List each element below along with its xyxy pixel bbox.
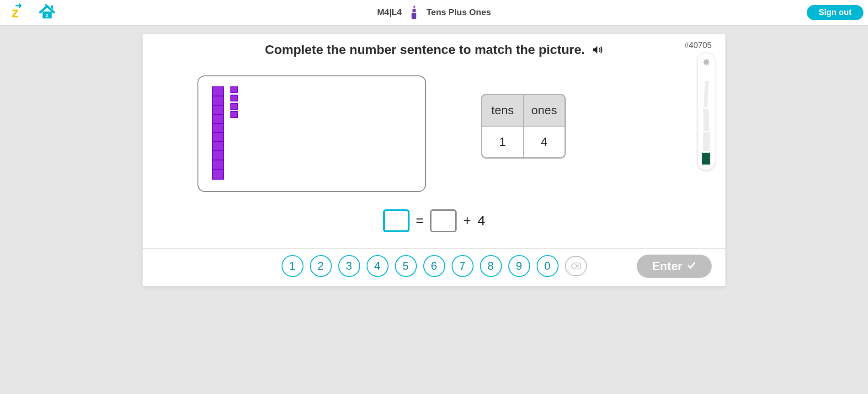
digit-button-9[interactable]: 9 bbox=[508, 255, 530, 277]
tens-cell bbox=[213, 170, 223, 179]
digit-button-1[interactable]: 1 bbox=[282, 255, 304, 277]
blocks-figure bbox=[197, 75, 426, 192]
logo-group: z z bbox=[11, 3, 56, 21]
tens-cell bbox=[213, 87, 223, 96]
prompt-row: Complete the number sentence to match th… bbox=[143, 34, 725, 62]
lesson-info: M4|L4 ✦ Tens Plus Ones bbox=[377, 6, 491, 19]
digit-button-0[interactable]: 0 bbox=[537, 255, 559, 277]
tower-icon: ✦ bbox=[412, 6, 416, 19]
plus-sign: + bbox=[463, 213, 471, 229]
lesson-title: Tens Plus Ones bbox=[426, 7, 491, 17]
sign-out-button[interactable]: Sign out bbox=[807, 5, 863, 20]
svg-text:z: z bbox=[46, 12, 48, 18]
progress-segment-filled bbox=[702, 153, 710, 165]
pv-tens-value: 1 bbox=[482, 126, 523, 157]
ones-unit bbox=[230, 111, 238, 118]
place-value-table: tens ones 1 4 bbox=[481, 94, 566, 159]
enter-button-label: Enter bbox=[652, 259, 682, 273]
tens-cell bbox=[213, 133, 223, 142]
digit-button-3[interactable]: 3 bbox=[338, 255, 360, 277]
digit-button-4[interactable]: 4 bbox=[367, 255, 389, 277]
equation: = + 4 bbox=[143, 197, 725, 248]
backspace-button[interactable] bbox=[565, 256, 587, 276]
digit-button-8[interactable]: 8 bbox=[480, 255, 502, 277]
tens-cell bbox=[213, 142, 223, 151]
answer-input-1[interactable] bbox=[383, 209, 410, 232]
enter-button[interactable]: Enter bbox=[637, 255, 712, 278]
digit-button-5[interactable]: 5 bbox=[395, 255, 417, 277]
content-area: tens ones 1 4 bbox=[143, 62, 725, 197]
addend-2: 4 bbox=[478, 213, 485, 229]
keypad: 1234567890 Enter bbox=[143, 248, 725, 286]
digit-buttons: 1234567890 bbox=[282, 255, 559, 277]
tens-cell bbox=[213, 96, 223, 106]
progress-segment bbox=[703, 109, 709, 131]
question-id: #40705 bbox=[684, 41, 712, 50]
digit-button-7[interactable]: 7 bbox=[452, 255, 474, 277]
progress-star-icon: ✸ bbox=[702, 58, 710, 68]
equals-sign: = bbox=[416, 213, 424, 229]
ones-unit bbox=[230, 86, 238, 93]
audio-icon[interactable] bbox=[591, 44, 603, 56]
progress-tower-body bbox=[698, 68, 715, 165]
question-card: #40705 ✸ Complete the number sentence to… bbox=[143, 34, 725, 286]
tens-cell bbox=[213, 106, 223, 115]
tens-cell bbox=[213, 124, 223, 133]
digit-button-6[interactable]: 6 bbox=[423, 255, 445, 277]
pv-ones-header: ones bbox=[523, 95, 564, 126]
ones-unit bbox=[230, 103, 238, 110]
ones-unit bbox=[230, 95, 238, 101]
check-icon bbox=[687, 259, 696, 273]
pv-ones-value: 4 bbox=[523, 126, 564, 157]
ones-column bbox=[230, 86, 238, 118]
home-icon[interactable]: z bbox=[38, 3, 56, 21]
digit-button-2[interactable]: 2 bbox=[310, 255, 332, 277]
progress-tower: ✸ bbox=[697, 53, 715, 170]
stage: #40705 ✸ Complete the number sentence to… bbox=[0, 25, 868, 304]
pv-tens-header: tens bbox=[482, 95, 523, 126]
tens-rod bbox=[212, 86, 224, 180]
tens-cell bbox=[213, 160, 223, 170]
progress-segment bbox=[703, 81, 708, 107]
app-logo-icon[interactable]: z bbox=[11, 5, 24, 20]
tens-cell bbox=[213, 151, 223, 160]
question-prompt: Complete the number sentence to match th… bbox=[265, 43, 585, 57]
app-header: z z M4|L4 ✦ Tens Plus Ones Sign out bbox=[0, 0, 868, 25]
answer-input-2[interactable] bbox=[430, 209, 457, 232]
progress-segment bbox=[703, 132, 710, 151]
tens-cell bbox=[213, 115, 223, 124]
lesson-code: M4|L4 bbox=[377, 7, 402, 17]
